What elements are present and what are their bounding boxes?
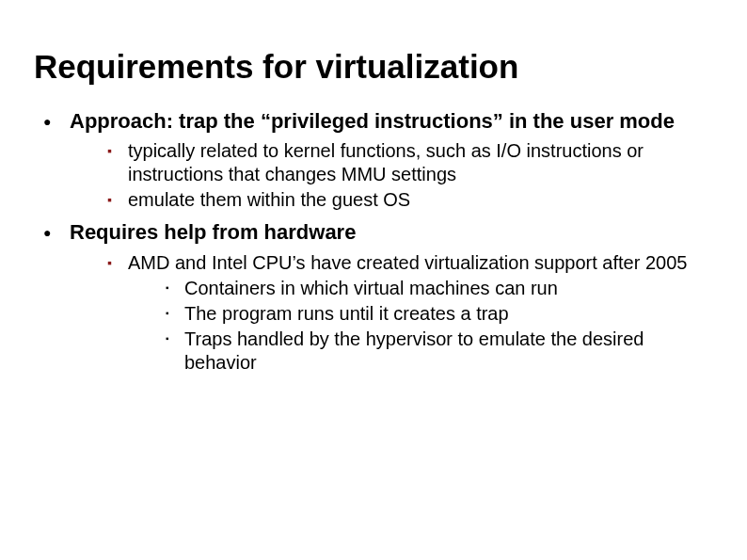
bullet-item: Containers in which virtual machines can… <box>166 277 713 300</box>
bullet-item: Approach: trap the “privileged instructi… <box>43 108 713 213</box>
slide: Requirements for virtualization Approach… <box>0 0 747 560</box>
bullet-item: Requires help from hardware AMD and Inte… <box>43 219 713 375</box>
bullet-text: The program runs until it creates a trap <box>184 303 509 324</box>
bullet-item: typically related to kernel functions, s… <box>107 139 713 186</box>
bullet-item: Traps handled by the hypervisor to emula… <box>166 328 713 375</box>
bullet-item: The program runs until it creates a trap <box>166 302 713 326</box>
bullet-text: Containers in which virtual machines can… <box>184 278 558 298</box>
bullet-text: Requires help from hardware <box>70 220 356 244</box>
bullet-list: Approach: trap the “privileged instructi… <box>34 108 713 375</box>
bullet-text: AMD and Intel CPU’s have created virtual… <box>128 252 687 273</box>
bullet-sublist: typically related to kernel functions, s… <box>70 139 713 212</box>
bullet-text: emulate them within the guest OS <box>128 189 410 210</box>
bullet-item: AMD and Intel CPU’s have created virtual… <box>107 251 713 375</box>
bullet-text: typically related to kernel functions, s… <box>128 140 644 184</box>
bullet-subsublist: Containers in which virtual machines can… <box>128 277 713 375</box>
bullet-text: Traps handled by the hypervisor to emula… <box>184 328 644 373</box>
slide-title: Requirements for virtualization <box>34 49 713 86</box>
bullet-text: Approach: trap the “privileged instructi… <box>70 109 675 133</box>
bullet-item: emulate them within the guest OS <box>107 188 713 212</box>
bullet-sublist: AMD and Intel CPU’s have created virtual… <box>70 251 713 375</box>
